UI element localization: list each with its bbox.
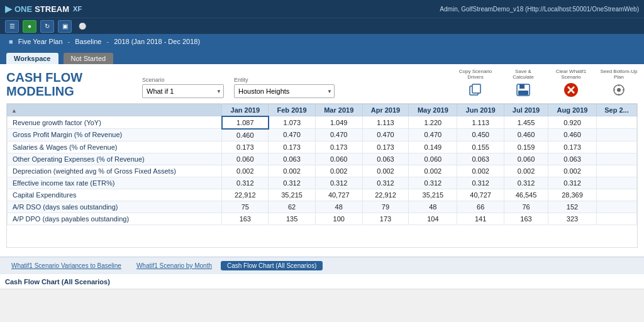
breadcrumb-part2[interactable]: Baseline: [75, 38, 101, 45]
cell-value[interactable]: 0.460: [548, 129, 597, 142]
cell-value[interactable]: 1.113: [457, 116, 504, 129]
cell-value[interactable]: [596, 141, 636, 153]
cell-value[interactable]: 0.470: [362, 129, 409, 142]
cell-value[interactable]: 1.220: [409, 116, 457, 129]
cell-value[interactable]: 0.060: [409, 153, 457, 165]
cell-value[interactable]: 35,215: [269, 189, 316, 201]
cell-value[interactable]: 0.002: [222, 165, 269, 177]
cell-value[interactable]: 1.049: [315, 116, 362, 129]
cell-value[interactable]: 66: [457, 201, 504, 213]
cell-value[interactable]: 40,727: [315, 189, 362, 201]
entity-select[interactable]: Houston Heights: [234, 84, 335, 98]
bottom-tab-variances[interactable]: Whatif1 Scenario Variances to Baseline: [5, 261, 128, 270]
cell-value[interactable]: 48: [315, 201, 362, 213]
cell-value[interactable]: 46,545: [504, 189, 548, 201]
clear-scenario-button[interactable]: [562, 82, 580, 98]
cell-value[interactable]: 0.060: [315, 153, 362, 165]
hamburger-menu-button[interactable]: ☰: [5, 20, 19, 33]
cell-value[interactable]: 0.173: [222, 141, 269, 153]
cell-value[interactable]: 1.113: [362, 116, 409, 129]
cell-value[interactable]: [596, 213, 636, 225]
copy-scenario-button[interactable]: [467, 82, 484, 98]
cell-value[interactable]: 48: [409, 201, 457, 213]
cell-value[interactable]: [596, 129, 636, 142]
cell-value[interactable]: 0.155: [457, 141, 504, 153]
cell-value[interactable]: 0.460: [222, 129, 269, 142]
bottom-tab-by-month[interactable]: Whatif1 Scenario by Month: [130, 261, 218, 270]
cell-value[interactable]: [596, 116, 636, 129]
workspace-tab[interactable]: Workspace: [6, 53, 58, 64]
cell-value[interactable]: 135: [269, 213, 316, 225]
cell-value[interactable]: 141: [457, 213, 504, 225]
cell-value[interactable]: 22,912: [362, 189, 409, 201]
cell-value[interactable]: 0.002: [315, 165, 362, 177]
cell-value[interactable]: 0.450: [457, 129, 504, 142]
cell-value[interactable]: 1.087: [222, 116, 269, 129]
cell-value[interactable]: [596, 177, 636, 189]
breadcrumb-part1[interactable]: Five Year Plan: [18, 38, 63, 45]
breadcrumb-part3[interactable]: 2018 (Jan 2018 - Dec 2018): [114, 38, 200, 45]
cell-value[interactable]: 62: [269, 201, 316, 213]
cell-value[interactable]: [596, 201, 636, 213]
cell-value[interactable]: 28,369: [548, 189, 597, 201]
cell-value[interactable]: 0.312: [269, 177, 316, 189]
cell-value[interactable]: [596, 165, 636, 177]
cell-value[interactable]: [596, 153, 636, 165]
cell-value[interactable]: 0.470: [315, 129, 362, 142]
cell-value[interactable]: 0.063: [548, 153, 597, 165]
cell-value[interactable]: 0.470: [269, 129, 316, 142]
copy-button[interactable]: ▣: [58, 20, 72, 33]
cell-value[interactable]: 0.920: [548, 116, 597, 129]
cell-value[interactable]: 0.312: [409, 177, 457, 189]
cell-value[interactable]: 22,912: [222, 189, 269, 201]
bottom-tab-chart[interactable]: Cash Flow Chart (All Scenarios): [221, 261, 323, 270]
cell-value[interactable]: 1.455: [504, 116, 548, 129]
cell-value[interactable]: 0.312: [315, 177, 362, 189]
seed-plan-button[interactable]: [610, 82, 628, 98]
cell-value[interactable]: 0.063: [457, 153, 504, 165]
cell-value[interactable]: 152: [548, 201, 597, 213]
cell-value[interactable]: 173: [362, 213, 409, 225]
refresh-button[interactable]: ↻: [40, 20, 54, 33]
cell-value[interactable]: 0.470: [409, 129, 457, 142]
cell-value[interactable]: 0.173: [548, 141, 597, 153]
scenario-select[interactable]: What if 1: [142, 84, 224, 98]
cell-value[interactable]: 0.063: [269, 153, 316, 165]
more-button[interactable]: ⚪: [75, 20, 89, 33]
cell-value[interactable]: 40,727: [457, 189, 504, 201]
cell-value[interactable]: 0.002: [457, 165, 504, 177]
cell-value[interactable]: 79: [362, 201, 409, 213]
cell-value[interactable]: 0.159: [504, 141, 548, 153]
cell-value[interactable]: 0.312: [504, 177, 548, 189]
cell-value[interactable]: 0.060: [504, 153, 548, 165]
cell-value[interactable]: 323: [548, 213, 597, 225]
cell-value[interactable]: 0.002: [548, 165, 597, 177]
cell-value[interactable]: 0.173: [269, 141, 316, 153]
cell-value[interactable]: 0.063: [362, 153, 409, 165]
cell-value[interactable]: 0.312: [457, 177, 504, 189]
run-button[interactable]: ●: [23, 20, 36, 33]
cell-value[interactable]: 0.060: [222, 153, 269, 165]
cell-value[interactable]: 0.173: [362, 141, 409, 153]
cell-value[interactable]: [596, 189, 636, 201]
cell-value[interactable]: 163: [222, 213, 269, 225]
cell-value[interactable]: 0.149: [409, 141, 457, 153]
cell-value[interactable]: 35,215: [409, 189, 457, 201]
cell-value[interactable]: 100: [315, 213, 362, 225]
cell-value[interactable]: 0.002: [504, 165, 548, 177]
cell-value[interactable]: 0.312: [222, 177, 269, 189]
save-calculate-button[interactable]: [514, 82, 532, 98]
copy-label: Copy Scenario Drivers: [457, 69, 494, 80]
cell-value[interactable]: 76: [504, 201, 548, 213]
cell-value[interactable]: 0.002: [269, 165, 316, 177]
cell-value[interactable]: 75: [222, 201, 269, 213]
cell-value[interactable]: 104: [409, 213, 457, 225]
cell-value[interactable]: 0.460: [504, 129, 548, 142]
cell-value[interactable]: 1.073: [269, 116, 316, 129]
cell-value[interactable]: 0.312: [362, 177, 409, 189]
cell-value[interactable]: 0.002: [362, 165, 409, 177]
cell-value[interactable]: 0.173: [315, 141, 362, 153]
cell-value[interactable]: 0.312: [548, 177, 597, 189]
cell-value[interactable]: 163: [504, 213, 548, 225]
cell-value[interactable]: 0.002: [409, 165, 457, 177]
